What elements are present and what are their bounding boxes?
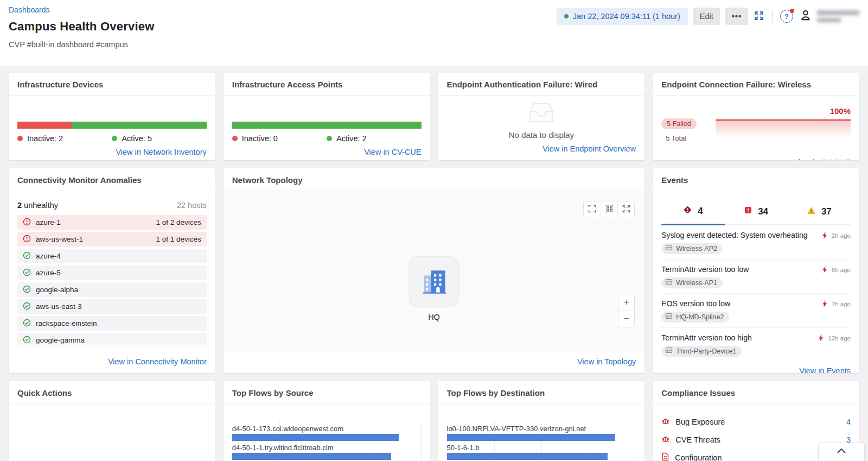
red-dot-icon (17, 136, 23, 141)
user-menu[interactable] (799, 8, 859, 24)
tab-critical-events[interactable]: 4 (661, 200, 724, 225)
event-bolt-icon (821, 231, 828, 242)
card-endpoint-auth-wired: Endpoint Authentication Failure: Wired N… (438, 73, 645, 160)
active-segment (232, 122, 422, 129)
topology-node-hq[interactable]: HQ (409, 256, 459, 321)
host-row[interactable]: azure-4 (17, 249, 207, 263)
compliance-row[interactable]: Bug Exposure 4 (661, 413, 851, 431)
green-dot-icon (327, 136, 332, 141)
scroll-to-top-button[interactable] (818, 443, 865, 461)
edit-button[interactable]: Edit (693, 8, 720, 25)
card-title: Events (653, 168, 859, 191)
card-quick-actions: Quick Actions (9, 381, 215, 461)
page-header: Dashboards Campus Health Overview CVP #b… (0, 0, 868, 66)
host-row[interactable]: rackspace-einstein (17, 316, 207, 331)
host-name: aws-us-west-1 (36, 235, 83, 243)
event-item[interactable]: EOS version too low HQ-MD-Spline2 7h ago (661, 294, 851, 328)
time-range-label: Jan 22, 2024 09:34:11 (1 hour) (573, 12, 680, 21)
event-item[interactable]: TerminAttr version too low Wireless-AP1 … (661, 260, 851, 294)
view-in-cv-cue-link[interactable]: View in CV-CUE (364, 148, 421, 156)
device-name: Wireless-AP2 (676, 245, 717, 252)
legend-inactive: Inactive: 0 (232, 134, 327, 143)
unhealthy-label: unhealthy (24, 201, 58, 210)
error-square-icon (744, 206, 752, 217)
time-range-picker[interactable]: Jan 22, 2024 09:34:11 (1 hour) (557, 8, 688, 25)
flow-row[interactable]: d4-50-1-1.try.witind.ficittroab.cim (232, 444, 422, 460)
host-row[interactable]: google-gamma (17, 333, 207, 348)
flow-bar (447, 434, 615, 441)
event-title: TerminAttr version too high (661, 333, 752, 342)
view-in-events-link[interactable]: View in Events (799, 367, 851, 373)
event-time: 7h ago (832, 300, 851, 307)
flow-row[interactable]: lo0-100.NRFLVA-VFTTP-330.verizon-gni.net (447, 425, 636, 441)
view-in-cv-cue-link[interactable]: View in CV-CUE (794, 158, 851, 160)
flow-bar (232, 453, 391, 460)
view-in-connectivity-monitor-link[interactable]: View in Connectivity Monitor (108, 357, 207, 366)
zoom-out-button[interactable]: − (618, 311, 634, 327)
zoom-in-button[interactable]: + (618, 294, 634, 311)
tab-warning-events[interactable]: 37 (788, 200, 851, 225)
expand-all-button[interactable] (617, 201, 634, 218)
error-count: 34 (758, 206, 768, 217)
card-title: Endpoint Connection Failure: Wireless (653, 73, 859, 96)
flow-bar (232, 434, 399, 441)
host-name: aws-us-east-3 (36, 302, 82, 311)
tab-error-events[interactable]: 34 (725, 200, 788, 225)
event-bolt-icon (821, 266, 828, 276)
critical-count: 4 (698, 206, 703, 217)
event-item[interactable]: Syslog event detected: System overheatin… (661, 225, 851, 260)
compliance-value[interactable]: 4 (846, 418, 851, 426)
device-chip[interactable]: Wireless-AP1 (661, 277, 723, 288)
card-top-flows-destination: Top Flows by Destination lo0-100.NRFLVA-… (438, 381, 645, 461)
host-row[interactable]: aws-us-west-1 1 of 1 devices (17, 232, 207, 247)
device-icon (665, 244, 673, 252)
card-network-topology: Network Topology (224, 168, 645, 373)
event-time: 12h ago (828, 334, 851, 342)
card-title: Quick Actions (9, 381, 215, 404)
card-events: Events 4 34 (653, 168, 859, 373)
host-row[interactable]: azure-1 1 of 2 devices (17, 215, 207, 230)
header-divider (772, 10, 773, 23)
device-chip[interactable]: HQ-MD-Spline2 (661, 312, 729, 323)
inactive-segment (17, 122, 72, 129)
event-item[interactable]: TerminAttr version too high Third-Party-… (661, 328, 851, 362)
device-chip[interactable]: Wireless-AP2 (661, 243, 723, 254)
event-title: Syslog event detected: System overheatin… (661, 231, 807, 239)
topology-canvas[interactable]: HQ + − (224, 191, 645, 352)
view-in-topology-link[interactable]: View in Topology (577, 357, 636, 366)
card-connectivity-monitor: Connectivity Monitor Anomalies 2 unhealt… (9, 168, 215, 373)
flow-label: d4-50-1-1.try.witind.ficittroab.cim (232, 444, 422, 452)
user-icon (799, 8, 813, 24)
card-title: Infrastructure Access Points (224, 73, 430, 96)
check-circle-icon (23, 336, 31, 345)
view-in-network-inventory-link[interactable]: View in Network Inventory (116, 148, 206, 156)
view-in-endpoint-overview-link[interactable]: View in Endpoint Overview (542, 144, 636, 153)
green-dot-icon (112, 136, 117, 141)
topology-toolbar (583, 201, 635, 218)
event-title: TerminAttr version too low (661, 265, 749, 274)
flow-label: d4-50-1-173.col.wideopenwest.com (232, 425, 422, 433)
device-icon (665, 279, 673, 287)
flow-row[interactable]: 50-1-6-1.b (447, 444, 636, 460)
collapse-all-button[interactable] (601, 201, 617, 218)
expand-arrows-icon (754, 10, 764, 23)
card-title: Top Flows by Destination (438, 381, 645, 404)
host-name: google-gamma (36, 336, 85, 344)
host-row[interactable]: aws-us-east-3 (17, 299, 207, 314)
legend-inactive: Inactive: 2 (17, 134, 112, 143)
check-circle-icon (23, 268, 31, 278)
fit-view-button[interactable] (584, 201, 601, 218)
fullscreen-button[interactable] (754, 10, 764, 23)
host-row[interactable]: azure-5 (17, 266, 207, 280)
flow-row[interactable]: d4-50-1-173.col.wideopenwest.com (232, 425, 422, 441)
buildings-icon (418, 264, 450, 298)
total-label: 5 Total (666, 134, 716, 142)
device-chip[interactable]: Third-Party-Device1 (661, 346, 742, 357)
check-circle-icon (23, 285, 31, 295)
help-button[interactable]: ? (780, 10, 793, 23)
more-actions-button[interactable]: ••• (725, 8, 748, 25)
host-row[interactable]: google-alpha (17, 282, 207, 297)
host-name: azure-4 (36, 252, 61, 260)
help-notification-dot (790, 9, 794, 13)
host-name: azure-5 (36, 269, 61, 277)
